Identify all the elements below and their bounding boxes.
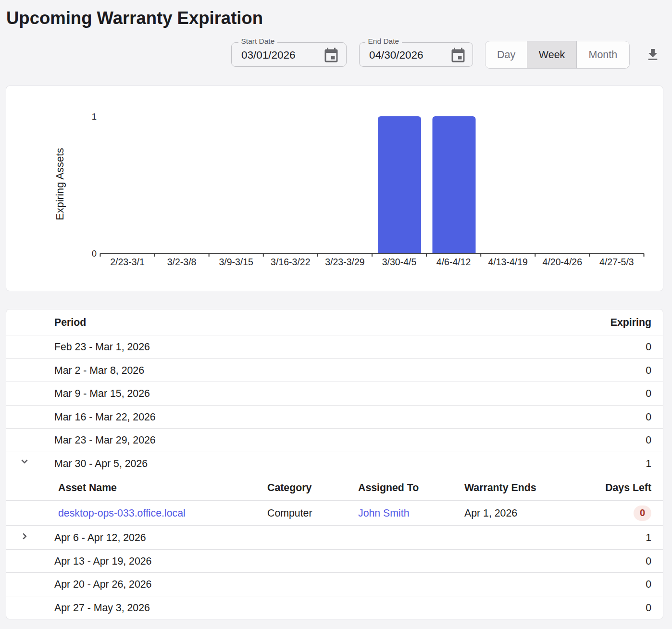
svg-text:0: 0 — [92, 248, 97, 259]
svg-text:Expiring Assets: Expiring Assets — [54, 148, 66, 220]
svg-text:3/2-3/8: 3/2-3/8 — [167, 257, 197, 267]
svg-text:4/6-4/12: 4/6-4/12 — [436, 257, 471, 267]
svg-text:4/27-5/3: 4/27-5/3 — [599, 257, 634, 267]
svg-text:2/23-3/1: 2/23-3/1 — [110, 257, 145, 267]
svg-text:4/20-4/26: 4/20-4/26 — [543, 257, 582, 267]
svg-text:3/30-4/5: 3/30-4/5 — [382, 257, 417, 267]
svg-text:3/9-3/15: 3/9-3/15 — [219, 257, 253, 267]
svg-text:3/16-3/22: 3/16-3/22 — [271, 257, 310, 267]
svg-text:4/13-4/19: 4/13-4/19 — [488, 257, 527, 267]
svg-text:3/23-3/29: 3/23-3/29 — [325, 257, 364, 267]
svg-text:1: 1 — [92, 111, 97, 122]
